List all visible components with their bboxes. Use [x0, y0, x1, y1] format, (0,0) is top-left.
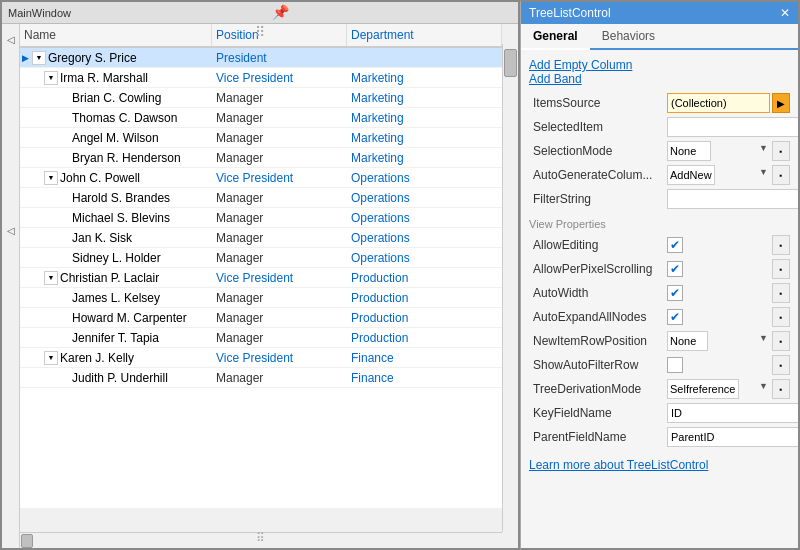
- row-position: Vice President: [212, 350, 347, 366]
- row-department: Operations: [347, 210, 502, 226]
- allow-per-pixel-checkbox[interactable]: ✔: [667, 261, 683, 277]
- show-filter-row-btn[interactable]: ▪: [772, 355, 790, 375]
- pin-icon[interactable]: 📌: [272, 4, 289, 20]
- tree-derivation-select[interactable]: Selfreference: [667, 379, 739, 399]
- expand-button[interactable]: [56, 211, 70, 225]
- expand-button[interactable]: [56, 151, 70, 165]
- parent-field-input[interactable]: [667, 427, 798, 447]
- expand-button[interactable]: ▼: [44, 271, 58, 285]
- auto-generate-btn[interactable]: ▪: [772, 165, 790, 185]
- row-position: Manager: [212, 110, 347, 126]
- col-header-position[interactable]: Position: [212, 24, 347, 46]
- expand-button[interactable]: [56, 111, 70, 125]
- row-department: Production: [347, 270, 502, 286]
- tab-behaviors[interactable]: Behaviors: [590, 24, 667, 48]
- row-department: Production: [347, 330, 502, 346]
- expand-button[interactable]: [56, 131, 70, 145]
- prop-label-show-filter-row: ShowAutoFilterRow: [529, 356, 667, 374]
- key-field-input[interactable]: [667, 403, 798, 423]
- vertical-scrollbar[interactable]: [502, 44, 518, 532]
- table-row[interactable]: Jan K. SiskManagerOperations: [20, 228, 502, 248]
- table-row[interactable]: Brian C. CowlingManagerMarketing: [20, 88, 502, 108]
- row-name: Gregory S. Price: [46, 51, 137, 65]
- column-grip[interactable]: ⠿: [255, 24, 265, 40]
- left-expand-top[interactable]: ◁: [5, 34, 16, 45]
- auto-width-checkbox[interactable]: ✔: [667, 285, 683, 301]
- prop-value-key-field: ▪: [667, 403, 798, 423]
- learn-more-link[interactable]: Learn more about TreeListControl: [529, 458, 708, 472]
- table-row[interactable]: Bryan R. HendersonManagerMarketing: [20, 148, 502, 168]
- row-department: Operations: [347, 170, 502, 186]
- new-item-row-btn[interactable]: ▪: [772, 331, 790, 351]
- row-position: Manager: [212, 210, 347, 226]
- selected-item-input[interactable]: [667, 117, 798, 137]
- add-band-link[interactable]: Add Band: [529, 72, 582, 86]
- expand-button[interactable]: ▼: [44, 171, 58, 185]
- filter-string-input[interactable]: [667, 189, 798, 209]
- auto-expand-checkbox[interactable]: ✔: [667, 309, 683, 325]
- expand-button[interactable]: [56, 231, 70, 245]
- table-row[interactable]: ▼John C. PowellVice PresidentOperations: [20, 168, 502, 188]
- row-department: Marketing: [347, 130, 502, 146]
- table-row[interactable]: Howard M. CarpenterManagerProduction: [20, 308, 502, 328]
- view-properties-section: View Properties AllowEditing ✔ ▪ AllowPe…: [529, 218, 790, 376]
- expand-button[interactable]: [56, 91, 70, 105]
- tree-body: ▶▼Gregory S. PricePresident▼Irma R. Mars…: [20, 48, 502, 508]
- expand-button[interactable]: [56, 311, 70, 325]
- allow-editing-checkbox[interactable]: ✔: [667, 237, 683, 253]
- allow-editing-btn[interactable]: ▪: [772, 235, 790, 255]
- table-row[interactable]: Jennifer T. TapiaManagerProduction: [20, 328, 502, 348]
- prop-auto-width: AutoWidth ✔ ▪: [529, 282, 790, 304]
- col-header-name[interactable]: Name: [20, 24, 212, 46]
- expand-button[interactable]: [56, 331, 70, 345]
- expand-button[interactable]: [56, 371, 70, 385]
- table-row[interactable]: ▶▼Gregory S. PricePresident: [20, 48, 502, 68]
- expand-button[interactable]: [56, 291, 70, 305]
- table-row[interactable]: ▼Christian P. LaclairVice PresidentProdu…: [20, 268, 502, 288]
- table-row[interactable]: Sidney L. HolderManagerOperations: [20, 248, 502, 268]
- expand-button[interactable]: [56, 191, 70, 205]
- window-title: MainWindow: [8, 7, 71, 19]
- prop-key-field: KeyFieldName ▪: [529, 402, 790, 424]
- learn-more-section: Learn more about TreeListControl: [529, 458, 790, 472]
- items-source-btn[interactable]: ▶: [772, 93, 790, 113]
- auto-width-btn[interactable]: ▪: [772, 283, 790, 303]
- prop-label-new-item-row: NewItemRowPosition: [529, 332, 667, 350]
- table-row[interactable]: Thomas C. DawsonManagerMarketing: [20, 108, 502, 128]
- col-header-department[interactable]: Department: [347, 24, 502, 46]
- table-row[interactable]: Angel M. WilsonManagerMarketing: [20, 128, 502, 148]
- table-row[interactable]: Judith P. UnderhillManagerFinance: [20, 368, 502, 388]
- left-expand-bottom[interactable]: ◁: [7, 225, 15, 236]
- table-row[interactable]: James L. KelseyManagerProduction: [20, 288, 502, 308]
- close-icon[interactable]: ✕: [780, 6, 790, 20]
- tab-general[interactable]: General: [521, 24, 590, 50]
- table-row[interactable]: Michael S. BlevinsManagerOperations: [20, 208, 502, 228]
- v-scroll-thumb[interactable]: [504, 49, 517, 77]
- allow-per-pixel-btn[interactable]: ▪: [772, 259, 790, 279]
- prop-allow-per-pixel: AllowPerPixelScrolling ✔ ▪: [529, 258, 790, 280]
- bottom-grip[interactable]: ⠿: [256, 531, 265, 545]
- expand-button[interactable]: ▼: [32, 51, 46, 65]
- row-position: President: [212, 50, 347, 66]
- expand-button[interactable]: [56, 251, 70, 265]
- auto-expand-btn[interactable]: ▪: [772, 307, 790, 327]
- prop-value-parent-field: ▪: [667, 427, 798, 447]
- auto-generate-select[interactable]: AddNewNone: [667, 165, 715, 185]
- items-source-input[interactable]: [667, 93, 770, 113]
- h-scroll-thumb[interactable]: [21, 534, 33, 548]
- table-row[interactable]: Harold S. BrandesManagerOperations: [20, 188, 502, 208]
- show-filter-row-checkbox[interactable]: [667, 357, 683, 373]
- selection-mode-btn[interactable]: ▪: [772, 141, 790, 161]
- table-row[interactable]: ▼Karen J. KellyVice PresidentFinance: [20, 348, 502, 368]
- new-item-row-select[interactable]: NoneTopBottom: [667, 331, 708, 351]
- row-position: Manager: [212, 250, 347, 266]
- prop-parent-field: ParentFieldName ▪: [529, 426, 790, 448]
- prop-items-source: ItemsSource ▶: [529, 92, 790, 114]
- expand-button[interactable]: ▼: [44, 71, 58, 85]
- expand-button[interactable]: ▼: [44, 351, 58, 365]
- table-row[interactable]: ▼Irma R. MarshallVice PresidentMarketing: [20, 68, 502, 88]
- row-name: Michael S. Blevins: [70, 211, 170, 225]
- add-empty-column-link[interactable]: Add Empty Column: [529, 58, 632, 72]
- tree-derivation-btn[interactable]: ▪: [772, 379, 790, 399]
- selection-mode-select[interactable]: NoneSingleMultiple: [667, 141, 711, 161]
